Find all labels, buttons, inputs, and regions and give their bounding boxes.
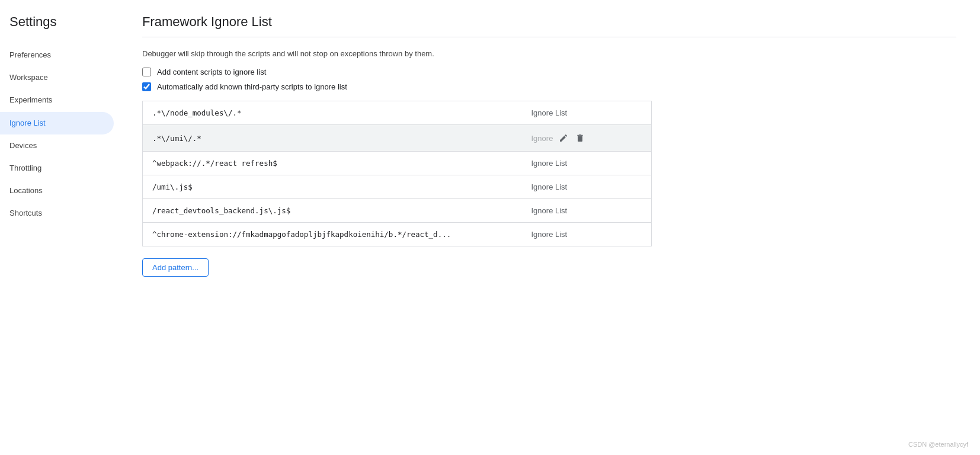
action-label: Ignore List: [531, 182, 568, 191]
table-row[interactable]: .*\/node_modules\/.*Ignore List: [143, 101, 652, 125]
checkbox-add-content-scripts[interactable]: [142, 68, 151, 76]
page-description: Debugger will skip through the scripts a…: [142, 49, 956, 58]
sidebar: Settings PreferencesWorkspaceExperiments…: [0, 0, 119, 455]
action-cell: Ignore List: [522, 101, 652, 125]
page-title: Framework Ignore List: [142, 14, 956, 30]
checkbox-label-add-content-scripts: Add content scripts to ignore list: [157, 68, 266, 76]
add-pattern-button[interactable]: Add pattern...: [142, 258, 209, 277]
sidebar-item-preferences[interactable]: Preferences: [0, 44, 114, 66]
row-actions: Ignore: [531, 132, 587, 144]
app-title: Settings: [0, 9, 119, 44]
pattern-cell: /umi\.js$: [143, 175, 522, 199]
action-label: Ignore List: [531, 159, 568, 168]
sidebar-item-locations[interactable]: Locations: [0, 180, 114, 202]
action-cell: Ignore List: [522, 175, 652, 199]
sidebar-item-throttling[interactable]: Throttling: [0, 157, 114, 180]
delete-button[interactable]: [574, 132, 586, 144]
ignore-list-table: .*\/node_modules\/.*Ignore List.*\/umi\/…: [142, 101, 652, 246]
sidebar-item-ignore-list[interactable]: Ignore List: [0, 112, 114, 134]
table-row[interactable]: /react_devtools_backend.js\.js$Ignore Li…: [143, 199, 652, 223]
table-row[interactable]: .*\/umi\/.*Ignore: [143, 125, 652, 152]
action-cell: Ignore List: [522, 223, 652, 246]
pattern-cell: ^webpack://.*/react refresh$: [143, 152, 522, 175]
sidebar-item-workspace[interactable]: Workspace: [0, 66, 114, 89]
watermark: CSDN @eternallycyf: [908, 441, 968, 448]
main-content: Framework Ignore List Debugger will skip…: [119, 0, 980, 455]
table-row[interactable]: ^webpack://.*/react refresh$Ignore List: [143, 152, 652, 175]
edit-button[interactable]: [558, 132, 569, 144]
action-label: Ignore List: [531, 206, 568, 215]
table-row[interactable]: /umi\.js$Ignore List: [143, 175, 652, 199]
pattern-cell: .*\/umi\/.*: [143, 125, 522, 152]
sidebar-item-shortcuts[interactable]: Shortcuts: [0, 202, 114, 225]
sidebar-item-experiments[interactable]: Experiments: [0, 89, 114, 111]
table-row[interactable]: ^chrome-extension://fmkadmapgofadopljbjf…: [143, 223, 652, 246]
divider: [142, 37, 956, 37]
action-cell: Ignore List: [522, 199, 652, 223]
action-label: Ignore: [531, 134, 553, 143]
pattern-cell: ^chrome-extension://fmkadmapgofadopljbjf…: [143, 223, 522, 246]
action-label: Ignore List: [531, 108, 568, 117]
checkbox-label-auto-add-known: Automatically add known third-party scri…: [157, 82, 347, 91]
action-cell: Ignore List: [522, 152, 652, 175]
pattern-cell: /react_devtools_backend.js\.js$: [143, 199, 522, 223]
checkbox-row-add-content-scripts: Add content scripts to ignore list: [142, 68, 956, 76]
checkbox-row-auto-add-known: Automatically add known third-party scri…: [142, 82, 956, 91]
sidebar-item-devices[interactable]: Devices: [0, 134, 114, 157]
action-cell: Ignore: [522, 125, 652, 152]
pattern-cell: .*\/node_modules\/.*: [143, 101, 522, 125]
action-label: Ignore List: [531, 230, 568, 239]
checkbox-auto-add-known[interactable]: [142, 82, 151, 91]
